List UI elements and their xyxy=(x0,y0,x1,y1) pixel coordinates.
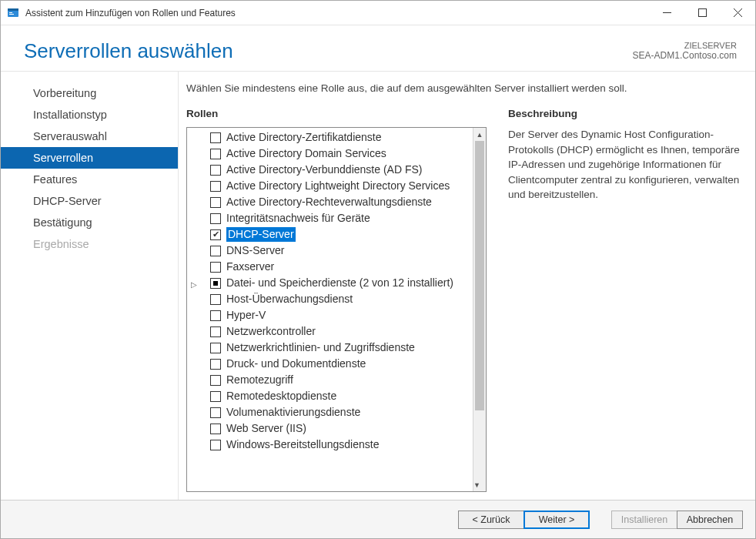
role-label: Remotedesktopdienste xyxy=(226,389,336,403)
role-label: Active Directory Lightweight Directory S… xyxy=(226,179,450,193)
install-button[interactable]: Installieren xyxy=(611,511,677,529)
scroll-thumb[interactable] xyxy=(475,141,484,410)
role-item[interactable]: Active Directory-Verbunddienste (AD FS) xyxy=(189,162,472,178)
panel-row: Rollen Active Directory-Zertifikatdienst… xyxy=(186,108,741,492)
role-checkbox[interactable] xyxy=(210,229,221,240)
roles-listbox[interactable]: Active Directory-ZertifikatdiensteActive… xyxy=(189,129,472,490)
page-header: Serverrollen auswählen ZIELSERVER SEA-AD… xyxy=(1,25,755,71)
role-label: Integritätsnachweis für Geräte xyxy=(226,211,370,226)
role-label: Active Directory-Verbunddienste (AD FS) xyxy=(226,162,422,177)
role-checkbox[interactable] xyxy=(210,407,221,418)
role-checkbox[interactable] xyxy=(210,359,221,370)
nav-item[interactable]: Serverrollen xyxy=(1,147,178,169)
role-checkbox[interactable] xyxy=(210,343,221,353)
wizard-nav: VorbereitungInstallationstypServerauswah… xyxy=(1,72,178,500)
back-button[interactable]: < Zurück xyxy=(458,511,524,529)
role-label: Hyper-V xyxy=(226,308,266,323)
role-checkbox[interactable] xyxy=(210,326,221,337)
nav-item[interactable]: Serverauswahl xyxy=(1,126,178,147)
role-label: Netzwerkrichtlinien- und Zugriffsdienste xyxy=(226,340,415,355)
nav-item[interactable]: Vorbereitung xyxy=(1,82,178,104)
scroll-down-button[interactable]: ▼ xyxy=(473,478,480,491)
role-item[interactable]: DNS-Server xyxy=(189,243,472,259)
role-checkbox[interactable] xyxy=(210,375,221,386)
target-info: ZIELSERVER SEA-ADM1.Contoso.com xyxy=(633,41,737,61)
role-checkbox[interactable] xyxy=(210,181,221,192)
role-checkbox[interactable] xyxy=(210,262,221,273)
role-label: Active Directory Domain Services xyxy=(226,146,386,161)
role-item[interactable]: Active Directory Lightweight Directory S… xyxy=(189,178,472,194)
role-item[interactable]: Web Server (IIS) xyxy=(189,420,472,437)
role-label: Active Directory-Zertifikatdienste xyxy=(226,130,382,145)
role-item[interactable]: Faxserver xyxy=(189,259,472,275)
role-checkbox[interactable] xyxy=(210,149,221,159)
role-item[interactable]: Active Directory-Zertifikatdienste xyxy=(189,129,472,146)
nav-item[interactable]: Features xyxy=(1,169,178,190)
scroll-track[interactable] xyxy=(473,141,486,478)
role-checkbox[interactable] xyxy=(210,132,221,143)
role-label: Druck- und Dokumentdienste xyxy=(226,357,366,371)
role-checkbox[interactable] xyxy=(210,310,221,321)
main-row: VorbereitungInstallationstypServerauswah… xyxy=(1,71,755,500)
nav-item[interactable]: DHCP-Server xyxy=(1,190,178,212)
role-checkbox[interactable] xyxy=(210,278,221,289)
instruction-text: Wählen Sie mindestens eine Rolle aus, di… xyxy=(186,82,741,94)
roles-heading: Rollen xyxy=(186,108,487,119)
content-area: Serverrollen auswählen ZIELSERVER SEA-AD… xyxy=(1,25,755,500)
role-item[interactable]: Druck- und Dokumentdienste xyxy=(189,356,472,372)
role-checkbox[interactable] xyxy=(210,424,221,434)
role-checkbox[interactable] xyxy=(210,197,221,208)
role-label: Faxserver xyxy=(226,259,274,274)
role-label: DHCP-Server xyxy=(226,227,296,242)
role-checkbox[interactable] xyxy=(210,213,221,224)
role-item[interactable]: Active Directory Domain Services xyxy=(189,146,472,162)
role-label: Host-Überwachungsdienst xyxy=(226,292,353,306)
maximize-button[interactable] xyxy=(684,1,720,25)
role-item[interactable]: Windows-Bereitstellungsdienste xyxy=(189,437,472,453)
role-item[interactable]: Remotedesktopdienste xyxy=(189,388,472,404)
scroll-up-button[interactable]: ▲ xyxy=(473,128,486,141)
close-button[interactable] xyxy=(720,1,755,25)
cancel-button[interactable]: Abbrechen xyxy=(677,511,743,529)
page-title: Serverrollen auswählen xyxy=(24,39,633,63)
scrollbar[interactable]: ▲ ▼ xyxy=(473,128,486,491)
expand-arrow-icon[interactable]: ▷ xyxy=(189,277,199,292)
role-item[interactable]: Active Directory-Rechteverwaltungsdienst… xyxy=(189,194,472,210)
app-icon xyxy=(7,7,19,19)
titlebar: Assistent zum Hinzufügen von Rollen und … xyxy=(1,1,755,25)
role-item[interactable]: Hyper-V xyxy=(189,307,472,323)
nav-item[interactable]: Installationstyp xyxy=(1,104,178,126)
role-item[interactable]: Integritätsnachweis für Geräte xyxy=(189,210,472,226)
role-item[interactable]: Netzwerkcontroller xyxy=(189,323,472,340)
footer-bar: < Zurück Weiter > Installieren Abbrechen xyxy=(1,500,755,538)
role-item[interactable]: DHCP-Server xyxy=(189,226,472,243)
svg-rect-2 xyxy=(9,12,12,13)
role-item[interactable]: ▷Datei- und Speicherdienste (2 von 12 in… xyxy=(189,275,472,291)
role-item[interactable]: Netzwerkrichtlinien- und Zugriffsdienste xyxy=(189,340,472,356)
roles-column: Rollen Active Directory-Zertifikatdienst… xyxy=(186,108,487,492)
role-item[interactable]: Host-Überwachungsdienst xyxy=(189,291,472,307)
nav-item[interactable]: Bestätigung xyxy=(1,212,178,233)
target-label: ZIELSERVER xyxy=(633,41,737,50)
svg-rect-1 xyxy=(8,8,18,11)
role-item[interactable]: Volumenaktivierungsdienste xyxy=(189,404,472,420)
role-checkbox[interactable] xyxy=(210,294,221,305)
description-column: Beschreibung Der Server des Dynamic Host… xyxy=(508,108,741,492)
description-heading: Beschreibung xyxy=(508,108,741,119)
role-checkbox[interactable] xyxy=(210,391,221,402)
window-title: Assistent zum Hinzufügen von Rollen und … xyxy=(25,8,649,18)
next-button[interactable]: Weiter > xyxy=(524,511,590,529)
description-text: Der Server des Dynamic Host Configuratio… xyxy=(508,127,741,203)
role-label: Netzwerkcontroller xyxy=(226,324,316,339)
action-button-group: Installieren Abbrechen xyxy=(611,511,743,529)
minimize-button[interactable] xyxy=(649,1,684,25)
role-item[interactable]: Remotezugriff xyxy=(189,372,472,388)
role-checkbox[interactable] xyxy=(210,440,221,450)
role-label: Datei- und Speicherdienste (2 von 12 ins… xyxy=(226,276,453,290)
role-label: Active Directory-Rechteverwaltungsdienst… xyxy=(226,195,432,209)
role-checkbox[interactable] xyxy=(210,165,221,176)
main-panel: Wählen Sie mindestens eine Rolle aus, di… xyxy=(178,72,755,500)
role-checkbox[interactable] xyxy=(210,246,221,256)
role-label: DNS-Server xyxy=(226,243,284,258)
svg-rect-3 xyxy=(9,14,14,15)
